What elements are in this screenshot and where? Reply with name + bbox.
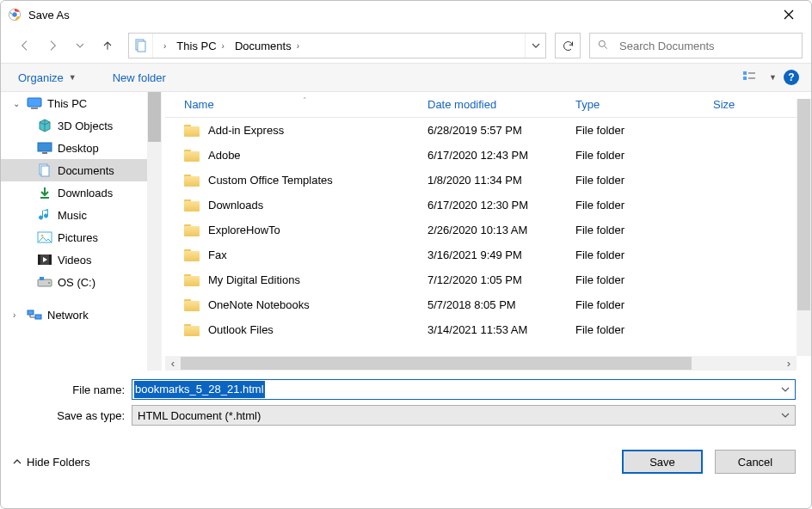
col-size-header[interactable]: Size	[713, 98, 765, 111]
filename-dropdown-caret[interactable]	[779, 383, 791, 396]
file-date: 6/17/2020 12:43 PM	[428, 149, 575, 162]
breadcrumb-root-chevron[interactable]: ›	[153, 34, 171, 58]
up-button[interactable]	[95, 34, 120, 58]
tree-scrollbar[interactable]	[147, 92, 162, 371]
file-row[interactable]: My Digital Editions7/12/2020 1:05 PMFile…	[165, 267, 797, 292]
col-date-header[interactable]: Date modified	[428, 98, 575, 111]
svg-rect-10	[743, 71, 747, 75]
file-row[interactable]: OneNote Notebooks5/7/2018 8:05 PMFile fo…	[165, 292, 797, 317]
file-name: Fax	[208, 248, 227, 261]
files-scrollbar-vertical[interactable]	[797, 99, 811, 356]
tree-item-os-c-[interactable]: OS (C:)	[1, 271, 147, 293]
scroll-right-arrow[interactable]: ›	[783, 358, 795, 370]
file-type: File folder	[575, 224, 713, 236]
tree-item-pictures[interactable]: Pictures	[1, 226, 147, 248]
tree-item-music[interactable]: Music	[1, 204, 147, 226]
file-row[interactable]: Fax3/16/2021 9:49 PMFile folder	[165, 242, 797, 267]
search-input[interactable]	[618, 39, 795, 53]
new-folder-button[interactable]: New folder	[108, 68, 171, 88]
expand-caret[interactable]: ⌄	[13, 99, 20, 108]
drive-icon	[37, 274, 52, 290]
file-name: Custom Office Templates	[208, 174, 333, 187]
file-date: 6/28/2019 5:57 PM	[428, 124, 575, 137]
file-name: Adobe	[208, 149, 241, 162]
file-row[interactable]: ExploreHowTo2/26/2020 10:13 AMFile folde…	[165, 218, 797, 242]
svg-rect-16	[38, 143, 52, 151]
pc-icon	[27, 95, 42, 111]
file-row[interactable]: Downloads6/17/2020 12:30 PMFile folder	[165, 193, 797, 218]
recent-dropdown[interactable]	[68, 34, 92, 58]
folder-icon	[184, 199, 200, 212]
tree-item-label: Desktop	[58, 142, 99, 155]
close-button[interactable]	[770, 1, 808, 28]
organize-menu[interactable]: Organize▼	[13, 68, 82, 88]
address-bar[interactable]: › This PC› Documents›	[128, 33, 546, 58]
file-row[interactable]: Adobe6/17/2020 12:43 PMFile folder	[165, 143, 797, 168]
svg-line-9	[605, 46, 607, 48]
view-options-button[interactable]	[741, 68, 762, 87]
expand-caret[interactable]: ›	[13, 310, 15, 320]
saveastype-value: HTML Document (*.html)	[138, 409, 261, 422]
col-type-header[interactable]: Type	[575, 98, 713, 111]
scroll-left-arrow[interactable]: ‹	[167, 358, 179, 370]
folder-icon	[184, 150, 200, 162]
folder-icon	[184, 274, 200, 286]
svg-rect-17	[42, 152, 47, 154]
svg-point-28	[48, 282, 50, 284]
network-icon	[27, 307, 42, 322]
file-date: 3/16/2021 9:49 PM	[428, 248, 575, 261]
files-scrollbar-horizontal[interactable]: ‹ ›	[165, 356, 797, 371]
saveastype-combobox[interactable]: HTML Document (*.html)	[132, 405, 796, 426]
svg-point-3	[13, 13, 17, 17]
folder-icon	[184, 175, 200, 187]
chrome-icon	[8, 8, 22, 21]
breadcrumb-this-pc[interactable]: This PC›	[171, 34, 230, 58]
svg-rect-27	[40, 277, 44, 280]
search-box[interactable]	[589, 33, 803, 58]
forward-button[interactable]	[40, 34, 65, 58]
pics-icon	[37, 230, 52, 245]
save-button[interactable]: Save	[622, 450, 703, 474]
folder-icon	[184, 324, 200, 336]
saveastype-label: Save as type:	[16, 409, 132, 422]
tree-item-3d-objects[interactable]: 3D Objects	[1, 114, 147, 137]
back-button[interactable]	[13, 34, 37, 58]
svg-rect-25	[49, 254, 52, 265]
tree-item-network[interactable]: ›Network	[1, 304, 147, 326]
files-scroll-thumb-vertical[interactable]	[797, 99, 810, 310]
cancel-button[interactable]: Cancel	[715, 450, 796, 474]
refresh-button[interactable]	[555, 33, 581, 58]
tree-item-videos[interactable]: Videos	[1, 248, 147, 271]
tree-item-downloads[interactable]: Downloads	[1, 181, 147, 204]
tree-item-this-pc[interactable]: ⌄This PC	[1, 92, 147, 114]
file-row[interactable]: Add-in Express6/28/2019 5:57 PMFile fold…	[165, 118, 797, 143]
hide-folders-button[interactable]: Hide Folders	[13, 456, 90, 469]
window-title: Save As	[28, 9, 770, 21]
filename-combobox[interactable]: bookmarks_5_28_21.html	[132, 379, 796, 400]
saveastype-dropdown-caret[interactable]	[779, 409, 791, 422]
file-type: File folder	[575, 273, 713, 286]
address-history-dropdown[interactable]	[525, 34, 545, 58]
tree-item-label: OS (C:)	[58, 276, 95, 289]
tree-scroll-thumb[interactable]	[148, 92, 161, 142]
col-name-header[interactable]: Name˄	[165, 98, 428, 111]
file-type: File folder	[575, 298, 713, 311]
documents-icon	[129, 34, 153, 58]
tree-item-desktop[interactable]: Desktop	[1, 137, 147, 159]
tree-item-documents[interactable]: Documents	[1, 159, 147, 181]
file-type: File folder	[575, 248, 713, 261]
help-button[interactable]: ?	[784, 70, 799, 85]
breadcrumb-documents[interactable]: Documents›	[230, 34, 304, 58]
file-row[interactable]: Outlook Files3/14/2021 11:53 AMFile fold…	[165, 317, 797, 342]
file-type: File folder	[575, 199, 713, 212]
view-dropdown-caret[interactable]: ▼	[769, 73, 777, 82]
file-row[interactable]: Custom Office Templates1/8/2020 11:34 PM…	[165, 168, 797, 193]
svg-rect-7	[138, 41, 145, 52]
file-type: File folder	[575, 124, 713, 137]
svg-rect-29	[28, 310, 34, 315]
svg-rect-15	[31, 107, 38, 109]
files-scroll-thumb-horizontal[interactable]	[181, 357, 692, 370]
filename-value: bookmarks_5_28_21.html	[134, 381, 265, 398]
file-date: 6/17/2020 12:30 PM	[428, 199, 575, 212]
column-headers: Name˄ Date modified Type Size	[165, 92, 797, 118]
